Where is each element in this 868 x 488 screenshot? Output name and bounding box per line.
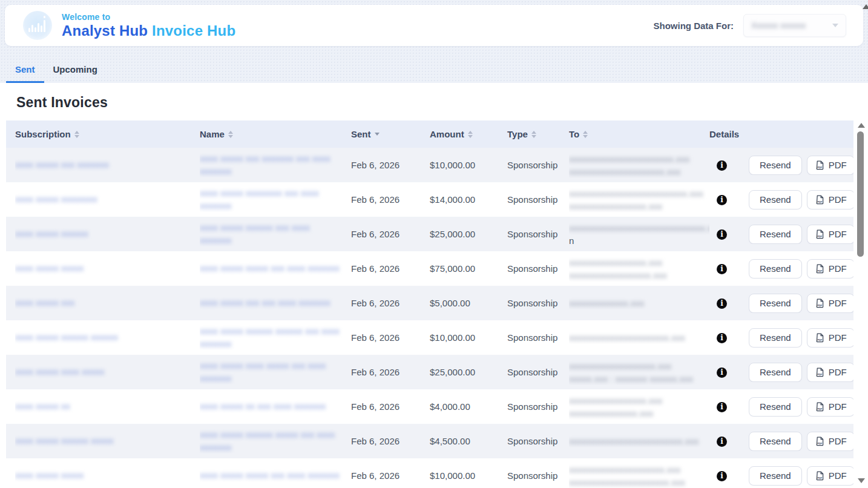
invoice-name-link[interactable]: xxxx xxxxx xxxxxx xxxxxx xxx xxxx xxxxxx… bbox=[200, 325, 343, 350]
resend-button[interactable]: Resend bbox=[749, 259, 802, 279]
amount-cell: $4,000.00 bbox=[430, 401, 507, 412]
pdf-button[interactable]: PDFPDF bbox=[807, 328, 853, 348]
type-cell: Sponsorship bbox=[507, 470, 569, 481]
subscription-link[interactable]: xxxx xxxxx xxxxxxxx bbox=[15, 193, 97, 205]
invoice-name-link[interactable]: xxxx xxxxx xxxxx xxx xxxx xxxxxxx bbox=[200, 262, 340, 274]
table-scrollbar[interactable] bbox=[856, 120, 866, 488]
actions-cell: ResendPDFPDF bbox=[749, 259, 853, 279]
type-cell: Sponsorship bbox=[507, 229, 569, 239]
resend-button[interactable]: Resend bbox=[749, 156, 802, 175]
column-header-to[interactable]: To bbox=[569, 129, 709, 139]
info-icon[interactable]: i bbox=[717, 229, 727, 240]
to-cell: xxxxxxxxxxxxxxxxxxxxxx.xxx bbox=[569, 331, 709, 344]
sent-date-cell: Feb 6, 2026 bbox=[351, 160, 430, 170]
type-cell: Sponsorship bbox=[507, 160, 569, 170]
to-email-line: xxxxxxxxxxxxxxxxxxxxxxxxx.xxx bbox=[569, 435, 701, 447]
to-email-line: xxxxxxxxxxxxxxxxxx.xxx bbox=[569, 269, 701, 282]
subscription-link[interactable]: xxxx xxxxx xxxxx bbox=[15, 469, 84, 481]
subscription-link[interactable]: xxxx xxxxx xxxxxx xxxxxx bbox=[15, 331, 118, 343]
subscription-link[interactable]: xxxx xxxxx xxxxxx xxxxx bbox=[15, 435, 114, 447]
data-for-select[interactable]: Xxxxxx xxxxxx bbox=[743, 14, 846, 37]
actions-cell: ResendPDFPDF bbox=[749, 190, 853, 209]
invoice-name-link[interactable]: xxxx xxxxx xxxxxx xxxxx xxx xxxx xxxxxxx bbox=[200, 429, 343, 453]
pdf-button[interactable]: PDFPDF bbox=[807, 466, 853, 486]
sort-desc-icon bbox=[583, 135, 588, 138]
info-icon[interactable]: i bbox=[717, 298, 727, 309]
to-email-redacted: xxxxxxxxxxxxxxxxx.xxx bbox=[569, 394, 662, 407]
to-cell: xxxxxxxxxxxxxxxxx.xxxxxxxxxxxxxxxxxxxxx.… bbox=[569, 256, 709, 282]
type-cell: Sponsorship bbox=[507, 332, 569, 343]
pdf-button[interactable]: PDFPDF bbox=[807, 190, 853, 209]
invoice-name-link[interactable]: xxxx xxxxx xxxxx xxx xxxx xxxxxxx bbox=[200, 469, 340, 481]
subscription-link[interactable]: xxxx xxxxx xxx xxxxxxx bbox=[15, 159, 109, 171]
info-icon[interactable]: i bbox=[717, 195, 727, 205]
resend-button[interactable]: Resend bbox=[749, 466, 802, 486]
resend-button[interactable]: Resend bbox=[749, 397, 802, 417]
table-row: xxxx xxxxx xxxxxxxxx xxxxx xxxxx xxx xxx… bbox=[6, 251, 853, 286]
info-icon[interactable]: i bbox=[717, 333, 727, 343]
pdf-file-icon: PDF bbox=[815, 194, 825, 205]
column-header-subscription[interactable]: Subscription bbox=[15, 129, 200, 139]
invoice-name-link[interactable]: xxxx xxxxx xxxxxx xxx xxxx xxxxxxx bbox=[200, 222, 343, 246]
subscription-link[interactable]: xxxx xxxxx xxxx xxxxx bbox=[15, 366, 105, 378]
column-header-amount[interactable]: Amount bbox=[430, 129, 507, 139]
column-header-sent[interactable]: Sent bbox=[351, 129, 430, 139]
actions-cell: ResendPDFPDF bbox=[749, 225, 853, 244]
amount-cell: $4,500.00 bbox=[430, 436, 507, 446]
subscription-link[interactable]: xxxx xxxxx xxxxxx bbox=[15, 228, 88, 240]
to-email-redacted: xxxxxxxxxxxxxxxxxxxxx.xxx bbox=[569, 463, 680, 476]
info-icon[interactable]: i bbox=[717, 437, 727, 447]
invoice-name-link[interactable]: xxxx xxxxx xx xxx xxxx xxxxxxx bbox=[200, 400, 326, 412]
invoice-name-link[interactable]: xxxx xxxxx xxx xxx xxxx xxxxxxx bbox=[200, 297, 330, 309]
pdf-button[interactable]: PDFPDF bbox=[807, 432, 853, 451]
column-header-details: Details bbox=[709, 129, 749, 139]
resend-button[interactable]: Resend bbox=[749, 363, 802, 382]
svg-text:PDF: PDF bbox=[817, 166, 822, 169]
invoice-name-link[interactable]: xxxx xxxxx xxxxxxxx xxx xxxx xxxxxxx bbox=[200, 187, 343, 212]
subscription-link[interactable]: xxxx xxxxx xxx bbox=[15, 297, 74, 309]
svg-text:PDF: PDF bbox=[817, 442, 822, 445]
to-email-redacted: xxxxxxxxxxxxxxxxxxxxxxxxx.xxx bbox=[569, 435, 699, 447]
scrollbar-thumb[interactable] bbox=[857, 131, 864, 257]
details-cell: i bbox=[709, 470, 749, 481]
pdf-button[interactable]: PDFPDF bbox=[807, 225, 853, 244]
table-row: xxxx xxxxx xxxx xxxxxxxxx xxxxx xxxx xxx… bbox=[6, 355, 853, 389]
info-icon[interactable]: i bbox=[717, 471, 727, 481]
info-icon[interactable]: i bbox=[717, 368, 727, 378]
to-email-redacted: xxxxx.xxx : xxxxxxx xxxxxx.xxx bbox=[569, 372, 693, 385]
sort-asc-icon bbox=[468, 131, 473, 134]
pdf-button[interactable]: PDFPDF bbox=[807, 363, 853, 382]
to-cell: xxxxxxxxxxxxxxxxxxxxxxxxxx.xxxxxxxxxxxxx… bbox=[569, 187, 709, 213]
invoice-name-link[interactable]: xxxx xxxxx xxxx xxxxx xxx xxxx xxxxxxx bbox=[200, 360, 343, 384]
tab-sent[interactable]: Sent bbox=[6, 61, 44, 83]
info-icon[interactable]: i bbox=[717, 160, 727, 171]
table-row: xxxx xxxxx xxxxxx xxxxxxxxxx xxxxx xxxxx… bbox=[6, 320, 853, 355]
page-scroll-up-arrow-icon[interactable] bbox=[863, 4, 868, 9]
sent-date-cell: Feb 6, 2026 bbox=[351, 436, 430, 446]
pdf-button[interactable]: PDFPDF bbox=[807, 259, 853, 279]
subscription-link[interactable]: xxxx xxxxx xxxxx bbox=[15, 262, 84, 274]
tab-upcoming[interactable]: Upcoming bbox=[44, 61, 107, 83]
pdf-button[interactable]: PDFPDF bbox=[807, 397, 853, 417]
subscription-cell: xxxx xxxxx xxxxxx xxxxxx bbox=[15, 331, 200, 343]
sort-asc-icon bbox=[531, 131, 536, 134]
info-icon[interactable]: i bbox=[717, 264, 727, 274]
scroll-down-arrow-icon[interactable] bbox=[858, 478, 865, 483]
resend-button[interactable]: Resend bbox=[749, 432, 802, 451]
column-header-name[interactable]: Name bbox=[200, 129, 351, 139]
column-header-type[interactable]: Type bbox=[507, 129, 569, 139]
info-icon[interactable]: i bbox=[717, 402, 727, 412]
svg-text:PDF: PDF bbox=[817, 476, 822, 480]
pdf-button[interactable]: PDFPDF bbox=[807, 156, 853, 175]
resend-button[interactable]: Resend bbox=[749, 190, 802, 209]
invoice-name-link[interactable]: xxxx xxxxx xxx xxxxxxx xxx xxxx xxxxxxx bbox=[200, 153, 343, 177]
resend-button[interactable]: Resend bbox=[749, 294, 802, 313]
pdf-button[interactable]: PDFPDF bbox=[807, 294, 853, 313]
resend-button[interactable]: Resend bbox=[749, 328, 802, 348]
pdf-button-label: PDF bbox=[829, 194, 847, 205]
resend-button[interactable]: Resend bbox=[749, 225, 802, 244]
scroll-up-arrow-icon[interactable] bbox=[858, 123, 865, 128]
sent-date-cell: Feb 6, 2026 bbox=[351, 470, 430, 481]
brand-text: Welcome to Analyst Hub Invoice Hub bbox=[62, 12, 235, 39]
subscription-link[interactable]: xxxx xxxxx xx bbox=[15, 400, 70, 412]
